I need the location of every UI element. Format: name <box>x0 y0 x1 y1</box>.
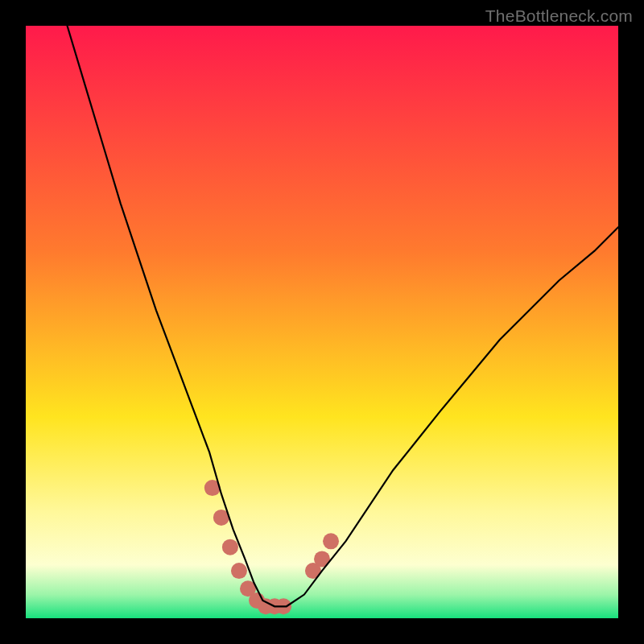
chart-svg <box>26 26 618 618</box>
watermark-text: TheBottleneck.com <box>485 6 633 26</box>
plot-area <box>26 26 618 618</box>
outer-frame: TheBottleneck.com <box>0 0 644 644</box>
gradient-background <box>26 26 618 618</box>
marker-dot <box>323 533 339 549</box>
marker-dot <box>222 539 238 555</box>
marker-dot <box>231 563 247 579</box>
